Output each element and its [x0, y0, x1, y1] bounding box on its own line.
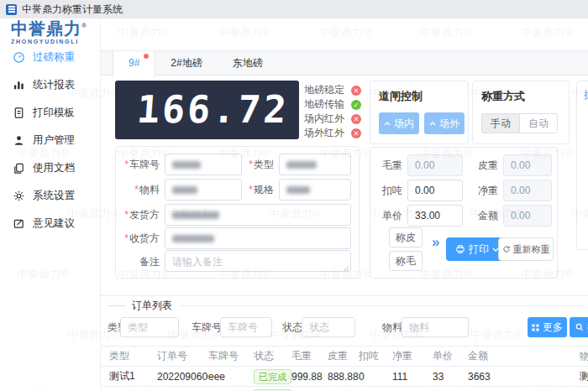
sidebar: 中誉鼎力® ZHONGYUDINGLI 过磅称重 统计报表 打印模板 用户管理	[0, 18, 101, 391]
plate-input[interactable]	[165, 154, 242, 175]
gate-panel-title: 道闸控制	[379, 89, 468, 104]
material-label: *物料	[121, 183, 165, 197]
sidebar-item-print-template[interactable]: 打印模板	[0, 100, 100, 125]
brand-logo-subtext: ZHONGYUDINGLI	[11, 39, 100, 44]
masked-value	[172, 211, 219, 219]
filter-material-label: 物料	[382, 317, 402, 337]
sender-label: *发货方	[121, 208, 165, 222]
sidebar-item-docs[interactable]: 使用文档	[0, 155, 100, 180]
masked-value	[286, 186, 310, 194]
cross-circle-icon: ✕	[351, 128, 361, 138]
tab-scale-2[interactable]: 2#地磅	[155, 51, 217, 76]
orders-table-header: 类型 订单号 车牌号 状态 毛重 皮重 扣吨 净重 单价 金额 物料	[101, 346, 588, 367]
tare-input[interactable]	[503, 154, 552, 176]
amount-label: 金额	[473, 209, 498, 223]
orders-section-title: 订单列表	[132, 299, 172, 313]
weight-led-display: 166.72	[115, 81, 299, 139]
remark-textarea[interactable]	[165, 250, 351, 272]
remark-field	[165, 250, 351, 274]
refresh-icon	[502, 245, 511, 253]
receiver-label: *收货方	[121, 232, 165, 246]
mode-radio-group: 手动 自动	[481, 113, 569, 133]
tab-scale-9[interactable]: 9#	[113, 51, 155, 76]
sidebar-item-settings[interactable]: 系统设置	[0, 183, 100, 208]
app-window: 中誉鼎力称重计量系统 中誉鼎力® ZHONGYUDINGLI 过磅称重 统计报表…	[0, 0, 588, 391]
scale-icon	[13, 51, 25, 64]
price-input[interactable]	[407, 205, 463, 227]
filter-type-input[interactable]	[120, 317, 179, 337]
indicator-infrared-outside: 场外红外 ✕	[304, 126, 361, 140]
reweigh-button[interactable]: 重新称重	[498, 237, 554, 261]
status-badge: 已完成	[254, 369, 291, 384]
weigh-gross-button[interactable]: 称毛	[389, 251, 423, 271]
net-label: 净重	[473, 184, 498, 198]
gate-outside-button[interactable]: 场外	[424, 112, 465, 134]
weigh-tare-button[interactable]: 称皮	[389, 227, 423, 248]
sender-input[interactable]	[165, 204, 351, 226]
sidebar-item-feedback[interactable]: 意见建议	[0, 211, 100, 236]
app-title: 中誉鼎力称重计量系统	[22, 3, 123, 17]
sidebar-item-weighing[interactable]: 过磅称重	[0, 44, 100, 70]
chevron-up-icon	[429, 122, 436, 126]
search-button[interactable]: 搜索	[570, 317, 588, 337]
price-label: 单价	[377, 209, 402, 223]
mode-panel-title: 称重方式	[481, 89, 569, 104]
scale-tabbar: 9# 2#地磅 东地磅	[101, 50, 588, 76]
sidebar-item-users[interactable]: 用户管理	[0, 128, 100, 153]
check-circle-icon: ✓	[351, 100, 361, 110]
table-row[interactable]: 测试1 202209060002 eee 已完成 999.88 888.88 0…	[101, 367, 588, 387]
indicator-scale-transmit: 地磅传输 ✓	[304, 97, 361, 112]
alert-dot	[144, 54, 149, 59]
deduct-label: 扣吨	[377, 184, 402, 198]
cross-circle-icon: ✕	[351, 86, 361, 96]
sidebar-item-reports[interactable]: 统计报表	[0, 72, 100, 97]
filter-material-input[interactable]	[402, 317, 469, 337]
gate-inside-button[interactable]: 场内	[379, 112, 419, 134]
plate-label: *车牌号	[121, 158, 165, 172]
resize-handle-icon[interactable]	[343, 265, 349, 272]
weight-value: 166.72	[136, 87, 291, 132]
indicator-infrared-inside: 场内红外 ✕	[304, 112, 361, 126]
spec-label: *规格	[245, 183, 279, 197]
filter-status-input[interactable]	[302, 317, 355, 337]
mode-manual-option[interactable]: 手动	[481, 113, 519, 133]
chevron-up-icon	[384, 122, 391, 126]
copy-docs-icon	[13, 162, 25, 175]
brand-logo: 中誉鼎力® ZHONGYUDINGLI	[0, 18, 100, 44]
indicator-scale-stable: 地磅稳定 ✕	[304, 83, 361, 97]
filter-status-label: 状态	[282, 317, 302, 337]
search-icon	[575, 323, 584, 331]
table-row[interactable]: 测试1 202209060002 eee 已完成 999.88 888.88 0…	[101, 387, 588, 391]
gross-input[interactable]	[407, 154, 463, 176]
filter-plate-input[interactable]	[220, 317, 272, 337]
amount-input[interactable]	[503, 205, 552, 227]
weigh-mode-panel: 称重方式 手动 自动	[472, 81, 570, 144]
type-input[interactable]	[279, 154, 351, 175]
weight-values-panel: 毛重 皮重 扣吨 净重 单价 金额 称皮 称毛 » 打印 重新称重	[370, 147, 558, 279]
document-icon	[13, 107, 25, 119]
cross-circle-icon: ✕	[351, 114, 361, 124]
sidebar-menu: 过磅称重 统计报表 打印模板 用户管理 使用文档 系统设置	[0, 44, 100, 238]
tab-scale-east[interactable]: 东地磅	[218, 51, 278, 76]
bar-chart-icon	[13, 79, 25, 91]
gate-control-panel: 道闸控制 场内 场外	[370, 81, 469, 144]
titlebar: 中誉鼎力称重计量系统	[0, 0, 588, 18]
edit-icon	[13, 217, 25, 230]
more-button[interactable]: 更多	[528, 317, 567, 337]
deduct-input[interactable]	[407, 180, 463, 201]
masked-value	[172, 235, 214, 242]
masked-value	[172, 186, 197, 194]
receiver-input[interactable]	[165, 227, 351, 249]
material-input[interactable]	[165, 179, 242, 201]
gross-label: 毛重	[377, 159, 402, 173]
capture-panel-title[interactable]: 抓拍	[584, 88, 588, 102]
section-separator	[101, 295, 588, 296]
mode-auto-option[interactable]: 自动	[519, 113, 558, 133]
spec-input[interactable]	[279, 179, 351, 201]
masked-value	[172, 161, 201, 169]
net-input[interactable]	[503, 180, 552, 201]
user-icon	[13, 134, 25, 147]
remark-label: 备注	[121, 255, 165, 269]
masked-value	[286, 161, 317, 169]
filter-plate-label: 车牌号	[192, 317, 222, 337]
